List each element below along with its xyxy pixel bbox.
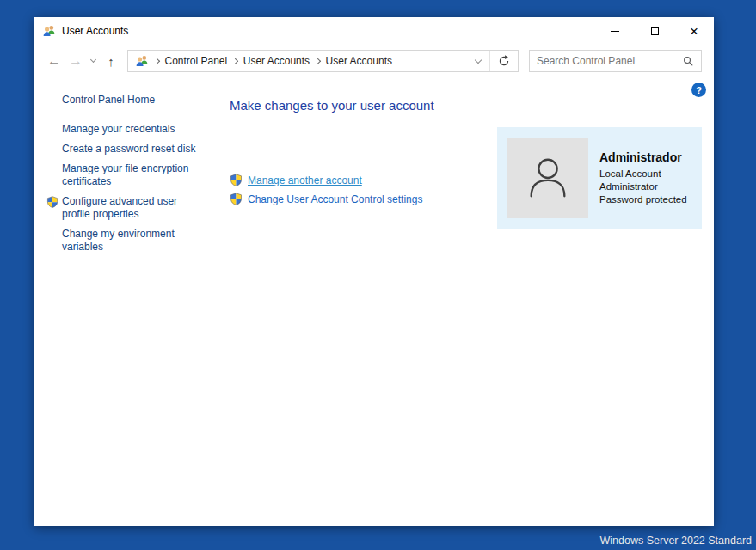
- breadcrumb[interactable]: Control Panel User Accounts User Account…: [128, 51, 489, 71]
- up-button[interactable]: ↑: [100, 50, 122, 72]
- titlebar[interactable]: User Accounts ×: [34, 17, 714, 45]
- minimize-button[interactable]: [595, 17, 635, 45]
- recent-pages-dropdown-button[interactable]: [86, 50, 100, 72]
- search-box[interactable]: [529, 50, 702, 72]
- navigation-toolbar: ← → ↑ Control Panel: [34, 45, 714, 77]
- chevron-down-icon: [475, 56, 482, 63]
- uac-shield-icon: [46, 196, 58, 208]
- refresh-button[interactable]: [489, 51, 518, 71]
- sidebar-item-manage-credentials[interactable]: Manage your credentials: [62, 123, 196, 136]
- close-button[interactable]: ×: [674, 17, 714, 45]
- sidebar-item-environment-variables[interactable]: Change my environment variables: [62, 228, 196, 254]
- sidebar-item-control-panel-home[interactable]: Control Panel Home: [62, 94, 196, 107]
- window-controls: ×: [595, 17, 714, 45]
- address-dropdown-button[interactable]: [470, 60, 486, 63]
- main-panel: Make changes to your user account: [225, 77, 714, 526]
- breadcrumb-item-user-accounts[interactable]: User Accounts: [242, 55, 311, 67]
- user-accounts-window: User Accounts × ← → ↑: [34, 17, 714, 526]
- sidebar-item-file-encryption-certificates[interactable]: Manage your file encryption certificates: [62, 162, 196, 188]
- forward-button[interactable]: →: [65, 50, 86, 72]
- breadcrumb-separator-icon: [154, 58, 159, 64]
- sidebar-item-password-reset-disk[interactable]: Create a password reset disk: [62, 143, 196, 156]
- control-panel-icon: [135, 54, 149, 68]
- sidebar-item-advanced-user-profile[interactable]: Configure advanced user profile properti…: [62, 195, 196, 221]
- avatar: [507, 138, 588, 218]
- account-role: Administrator: [599, 180, 687, 193]
- search-input[interactable]: [537, 55, 683, 67]
- content-area: Control Panel Home Manage your credentia…: [34, 77, 714, 526]
- uac-shield-icon: [230, 192, 248, 205]
- chevron-down-icon: [89, 57, 95, 63]
- os-watermark: Windows Server 2022 Standard: [600, 535, 752, 547]
- account-password-status: Password protected: [599, 193, 687, 206]
- user-accounts-icon: [42, 24, 56, 38]
- window-title: User Accounts: [62, 25, 128, 37]
- account-name: Administrador: [599, 150, 687, 164]
- link-label: Change User Account Control settings: [248, 193, 422, 205]
- link-label: Manage another account: [248, 174, 362, 186]
- page-title: Make changes to your user account: [230, 98, 714, 113]
- breadcrumb-item-control-panel[interactable]: Control Panel: [163, 55, 230, 67]
- help-button[interactable]: ?: [691, 82, 706, 97]
- sidebar: Control Panel Home Manage your credentia…: [34, 77, 225, 526]
- breadcrumb-item-user-accounts-2[interactable]: User Accounts: [324, 55, 394, 67]
- breadcrumb-separator-icon: [315, 58, 320, 64]
- person-silhouette-icon: [523, 153, 573, 203]
- search-icon: [683, 56, 694, 67]
- refresh-icon: [498, 55, 510, 67]
- back-button[interactable]: ←: [43, 50, 65, 72]
- uac-shield-icon: [230, 174, 248, 186]
- address-bar: Control Panel User Accounts User Account…: [127, 50, 519, 72]
- account-type: Local Account: [599, 168, 687, 180]
- breadcrumb-separator-icon: [232, 58, 237, 64]
- minimize-icon: [611, 31, 619, 32]
- maximize-icon: [651, 28, 659, 35]
- question-mark-icon: ?: [696, 85, 702, 95]
- maximize-button[interactable]: [635, 17, 674, 45]
- account-card: Administrador Local Account Administrato…: [497, 127, 702, 229]
- sidebar-item-label: Configure advanced user profile properti…: [62, 195, 177, 220]
- close-icon: ×: [690, 24, 698, 39]
- account-info: Administrador Local Account Administrato…: [599, 150, 687, 206]
